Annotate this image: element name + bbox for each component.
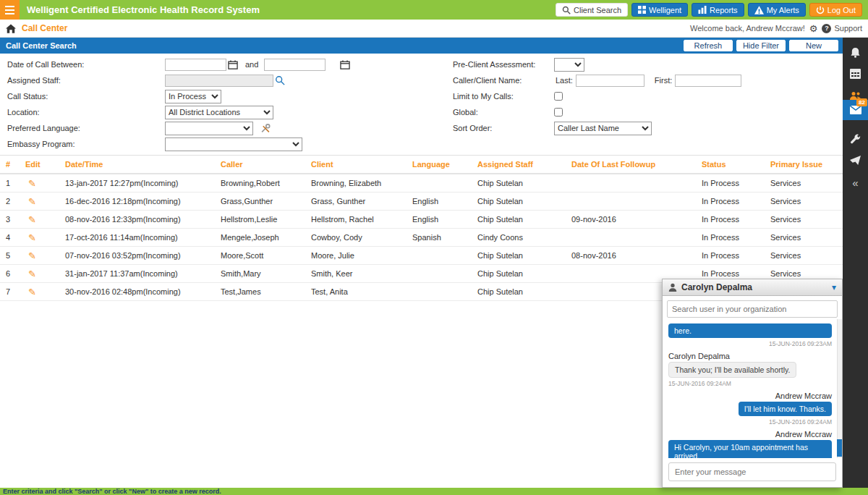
row-datetime: 17-oct-2016 11:14am(Incoming) [59,233,217,242]
home-icon[interactable] [6,24,16,33]
embassy-program-select[interactable] [165,138,302,151]
log-out-button[interactable]: Log Out [809,3,862,17]
edit-icon[interactable]: ✎ [23,214,36,225]
date-between-label: Date of Call Between: [0,60,165,69]
row-status: In Process [698,179,767,187]
row-staff: Cindy Coons [474,233,568,242]
edit-icon[interactable]: ✎ [23,232,36,243]
row-client: Grass, Gunther [307,197,409,206]
pre-client-assessment-select[interactable] [554,58,584,72]
welligent-button[interactable]: Welligent [631,3,688,17]
calendar-icon[interactable] [843,64,868,84]
refresh-button[interactable]: Refresh [684,40,733,51]
my-alerts-button[interactable]: My Alerts [748,3,806,17]
chat-header[interactable]: Carolyn Depalma ▾ [663,279,842,296]
row-caller: Mengele,Joseph [217,233,307,242]
row-caller: Grass,Gunther [217,197,307,206]
bell-icon[interactable] [843,42,868,62]
row-client: Moore, Julie [307,251,409,260]
row-staff: Chip Sutelan [474,251,568,260]
pre-client-assessment-label: Pre-Client Assessment: [447,60,554,69]
row-status: In Process [698,197,767,206]
assigned-staff-label: Assigned Staff: [0,76,165,85]
and-label: and [245,60,258,69]
edit-icon[interactable]: ✎ [23,287,36,297]
col-staff[interactable]: Assigned Staff [474,160,568,169]
location-select[interactable]: All District Locations [165,106,273,119]
chat-scrollbar-thumb[interactable] [837,439,842,457]
table-row: 5 ✎ 07-nov-2016 03:52pm(Incoming) Moore,… [0,247,843,265]
col-language[interactable]: Language [409,160,474,169]
chat-message: here. [668,323,832,338]
col-status[interactable]: Status [698,160,767,169]
menu-icon[interactable] [0,0,20,20]
staff-search-icon[interactable] [273,75,286,85]
first-name-label: First: [655,76,672,85]
date-from-calendar-icon[interactable] [226,60,239,69]
message-timestamp: 15-JUN-2016 09:23AM [668,340,832,347]
gear-icon[interactable]: ⚙ [809,23,818,34]
edit-icon[interactable]: ✎ [23,178,36,189]
row-staff: Chip Sutelan [474,197,568,206]
filter-column-left: Date of Call Between: and Assigned Staff… [0,56,352,152]
new-button[interactable]: New [789,40,838,51]
toolbar-actions: Refresh Hide Filter New [684,40,843,51]
row-staff: Chip Sutelan [474,179,568,187]
chat-messages: here. 15-JUN-2016 09:23AM Carolyn Depalm… [663,319,842,458]
edit-icon[interactable]: ✎ [23,268,36,279]
col-datetime[interactable]: Date/Time [59,160,217,169]
date-to-input[interactable] [264,59,326,71]
row-num: 6 [0,269,20,278]
section-toolbar: Call Center Search Refresh Hide Filter N… [0,38,843,54]
row-datetime: 31-jan-2017 11:37am(Incoming) [59,269,217,278]
support-link[interactable]: ? Support [822,24,862,33]
section-title: Call Center Search [0,41,77,50]
row-language: Spanish [409,233,474,242]
sort-order-select[interactable]: Caller Last Name [554,122,652,135]
date-from-input[interactable] [165,59,226,71]
preferred-language-select[interactable] [165,122,253,135]
paper-plane-icon[interactable] [843,151,868,171]
sort-order-label: Sort Order: [447,124,554,132]
global-checkbox[interactable] [554,108,563,117]
row-staff: Chip Sutelan [474,215,568,224]
chevron-down-icon[interactable]: ▾ [832,282,836,292]
question-icon: ? [822,24,831,33]
last-name-input[interactable] [576,75,644,87]
limit-my-calls-label: Limit to My Calls: [447,92,554,101]
col-client[interactable]: Client [307,160,409,169]
row-caller: Test,James [217,287,307,296]
location-label: Location: [0,108,165,117]
col-caller[interactable]: Caller [217,160,307,169]
limit-my-calls-checkbox[interactable] [554,92,563,101]
statusbar: Enter criteria and click "Search" or cli… [0,488,868,495]
assigned-staff-input[interactable] [165,75,273,87]
date-to-calendar-icon[interactable] [339,60,352,69]
row-client: Browning, Elizabeth [307,179,409,187]
first-name-input[interactable] [675,75,741,87]
hide-filter-button[interactable]: Hide Filter [736,40,786,51]
tools-icon[interactable] [259,124,272,133]
chat-message-input[interactable] [668,462,836,481]
row-language: English [409,197,474,206]
table-row: 1 ✎ 13-jan-2017 12:27pm(Incoming) Browni… [0,174,843,192]
col-issue[interactable]: Primary Issue [767,160,843,169]
reports-button[interactable]: Reports [692,3,744,17]
wrench-icon[interactable] [843,129,868,149]
edit-icon[interactable]: ✎ [23,250,36,261]
row-datetime: 08-nov-2016 12:33pm(Incoming) [59,215,217,224]
grid-icon [638,6,646,14]
bar-chart-icon [698,6,707,14]
global-label: Global: [447,108,554,117]
call-status-select[interactable]: In Process [165,90,221,103]
row-datetime: 30-nov-2016 02:48pm(Incoming) [59,287,217,296]
welcome-text: Welcome back, Andrew Mccraw! [690,24,805,33]
client-search-button[interactable]: Client Search [556,3,628,17]
col-followup[interactable]: Date Of Last Followup [568,160,698,169]
chat-scrollbar[interactable] [837,319,842,458]
edit-icon[interactable]: ✎ [23,196,36,207]
collapse-icon[interactable]: « [843,172,868,192]
message-sender: Andrew Mccraw [668,430,832,439]
chat-user-search-input[interactable] [667,300,838,318]
row-issue: Services [767,251,843,260]
